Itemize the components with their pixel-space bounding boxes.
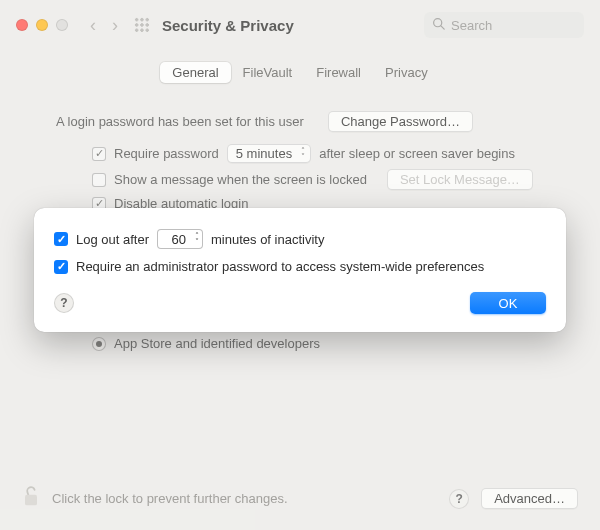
tab-general[interactable]: General	[160, 62, 230, 83]
tab-bar: General FileVault Firewall Privacy	[0, 62, 600, 83]
unlocked-padlock-icon[interactable]	[22, 485, 40, 512]
password-set-text: A login password has been set for this u…	[56, 114, 304, 129]
close-window-button[interactable]	[16, 19, 28, 31]
admin-password-label: Require an administrator password to acc…	[76, 259, 484, 274]
allow-from-identified-label: App Store and identified developers	[114, 336, 320, 351]
tab-filevault[interactable]: FileVault	[231, 62, 305, 83]
footer-bar: Click the lock to prevent further change…	[0, 471, 600, 530]
forward-button[interactable]: ›	[108, 15, 122, 36]
set-lock-message-button[interactable]: Set Lock Message…	[387, 169, 533, 190]
zoom-window-button[interactable]	[56, 19, 68, 31]
help-button-footer[interactable]: ?	[449, 489, 469, 509]
require-password-delay-select[interactable]: 5 minutes ˄˅	[227, 144, 311, 163]
logout-minutes-value: 60	[172, 232, 186, 247]
require-password-label: Require password	[114, 146, 219, 161]
help-button-sheet[interactable]: ?	[54, 293, 74, 313]
svg-line-1	[441, 26, 444, 29]
show-lock-message-checkbox[interactable]	[92, 173, 106, 187]
logout-label-after: minutes of inactivity	[211, 232, 324, 247]
chevron-updown-icon: ˄˅	[301, 148, 305, 160]
advanced-button[interactable]: Advanced…	[481, 488, 578, 509]
svg-rect-2	[25, 495, 37, 506]
lock-hint-text: Click the lock to prevent further change…	[52, 491, 288, 506]
chevron-updown-icon: ˄˅	[195, 233, 199, 245]
require-password-checkbox[interactable]	[92, 147, 106, 161]
require-password-tail: after sleep or screen saver begins	[319, 146, 515, 161]
admin-password-checkbox[interactable]	[54, 260, 68, 274]
require-password-delay-value: 5 minutes	[236, 146, 292, 161]
window-toolbar: ‹ › Security & Privacy Search	[0, 0, 600, 50]
tab-firewall[interactable]: Firewall	[304, 62, 373, 83]
logout-minutes-stepper[interactable]: 60 ˄˅	[157, 229, 203, 249]
advanced-sheet: Log out after 60 ˄˅ minutes of inactivit…	[34, 208, 566, 332]
change-password-button[interactable]: Change Password…	[328, 111, 473, 132]
search-placeholder: Search	[451, 18, 492, 33]
search-icon	[432, 17, 445, 33]
ok-button[interactable]: OK	[470, 292, 546, 314]
back-button[interactable]: ‹	[86, 15, 100, 36]
allow-from-identified-radio[interactable]	[92, 337, 106, 351]
show-all-icon[interactable]	[134, 17, 150, 33]
minimize-window-button[interactable]	[36, 19, 48, 31]
window-controls	[16, 19, 68, 31]
show-lock-message-label: Show a message when the screen is locked	[114, 172, 367, 187]
logout-label-before: Log out after	[76, 232, 149, 247]
tab-privacy[interactable]: Privacy	[373, 62, 440, 83]
window-title: Security & Privacy	[162, 17, 294, 34]
logout-after-checkbox[interactable]	[54, 232, 68, 246]
search-input[interactable]: Search	[424, 12, 584, 38]
